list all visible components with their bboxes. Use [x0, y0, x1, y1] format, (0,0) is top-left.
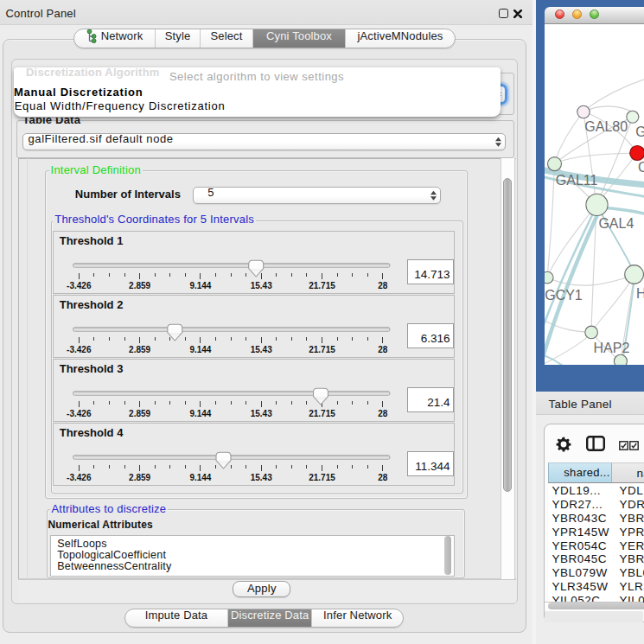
svg-text:-3.426: -3.426	[67, 281, 92, 290]
svg-text:-3.426: -3.426	[67, 409, 92, 418]
svg-text:9.144: 9.144	[189, 345, 211, 354]
svg-text:CD: CD	[638, 160, 644, 175]
svg-text:28: 28	[378, 345, 388, 354]
svg-text:15.43: 15.43	[250, 281, 271, 290]
svg-text:GAL4: GAL4	[598, 216, 634, 231]
svg-text:GAL11: GAL11	[556, 173, 598, 188]
svg-text:15.43: 15.43	[250, 345, 271, 354]
svg-text:28: 28	[378, 281, 388, 290]
svg-text:GAL80: GAL80	[584, 119, 628, 134]
svg-text:9.144: 9.144	[189, 281, 211, 290]
svg-text:28: 28	[378, 473, 388, 482]
svg-text:9.144: 9.144	[189, 473, 211, 482]
svg-text:GCY1: GCY1	[545, 288, 583, 303]
svg-text:9.144: 9.144	[189, 409, 211, 418]
svg-text:21.715: 21.715	[309, 409, 335, 418]
svg-text:GAL1: GAL1	[635, 124, 644, 139]
svg-text:21.715: 21.715	[309, 473, 335, 482]
svg-text:21.715: 21.715	[309, 281, 335, 290]
svg-text:-3.426: -3.426	[67, 473, 92, 482]
svg-text:2.859: 2.859	[129, 473, 150, 482]
svg-text:2.859: 2.859	[129, 409, 150, 418]
svg-text:28: 28	[378, 409, 388, 418]
svg-text:21.715: 21.715	[309, 345, 335, 354]
svg-text:15.43: 15.43	[250, 473, 271, 482]
svg-text:2.859: 2.859	[129, 281, 150, 290]
svg-text:2.859: 2.859	[129, 345, 150, 354]
svg-text:15.43: 15.43	[250, 409, 271, 418]
svg-text:HIS: HIS	[636, 286, 644, 301]
svg-text:HAP2: HAP2	[594, 341, 630, 355]
svg-text:-3.426: -3.426	[67, 345, 92, 354]
